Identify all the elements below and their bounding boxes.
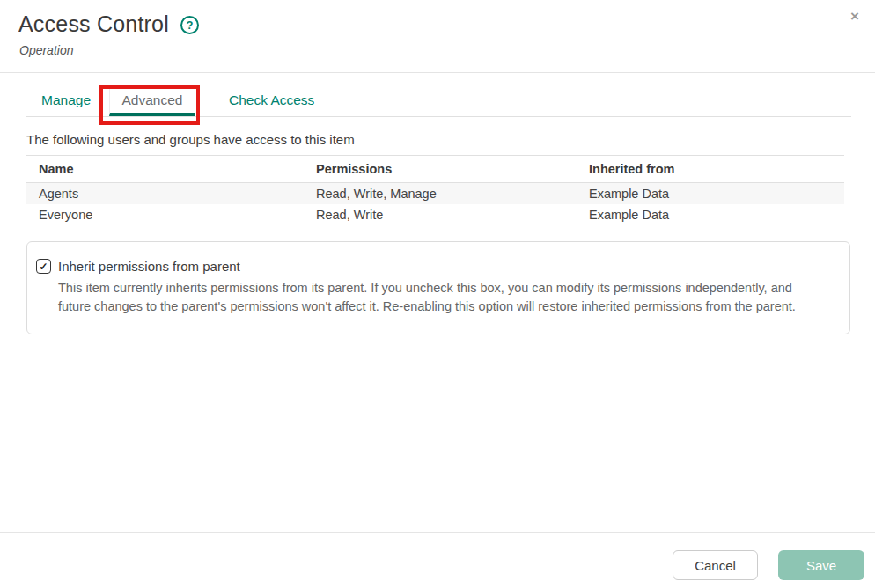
tab-bar: Manage Advanced Check Access xyxy=(26,73,851,117)
help-icon[interactable]: ? xyxy=(180,16,199,34)
column-header-inherited-from: Inherited from xyxy=(577,156,844,183)
tab-manage[interactable]: Manage xyxy=(26,87,106,116)
column-header-permissions: Permissions xyxy=(304,156,577,183)
save-button[interactable]: Save xyxy=(778,550,864,580)
cell-permissions: Read, Write, Manage xyxy=(304,183,577,205)
table-caption: The following users and groups have acce… xyxy=(26,132,849,147)
tab-check-access[interactable]: Check Access xyxy=(214,87,329,116)
cell-name: Agents xyxy=(26,183,304,205)
cancel-button[interactable]: Cancel xyxy=(673,550,758,580)
checkmark-icon: ✓ xyxy=(39,261,48,272)
permissions-table: Name Permissions Inherited from Agents R… xyxy=(26,155,844,225)
close-icon[interactable]: × xyxy=(850,9,859,24)
table-row: Everyone Read, Write Example Data xyxy=(26,204,844,225)
modal-footer: Cancel Save xyxy=(0,532,875,588)
inherit-permissions-checkbox[interactable]: ✓ xyxy=(36,259,51,274)
inherit-permissions-label: Inherit permissions from parent xyxy=(58,259,240,274)
table-header-row: Name Permissions Inherited from xyxy=(26,156,844,183)
tab-advanced[interactable]: Advanced xyxy=(109,87,195,116)
access-control-modal: × Access Control ? Operation Manage Adva… xyxy=(0,0,875,588)
modal-subtitle: Operation xyxy=(19,43,875,57)
cell-name: Everyone xyxy=(26,204,304,225)
cell-permissions: Read, Write xyxy=(304,204,577,225)
inherit-permissions-panel: ✓ Inherit permissions from parent This i… xyxy=(26,241,850,334)
cell-inherited-from: Example Data xyxy=(577,183,844,205)
cell-inherited-from: Example Data xyxy=(577,204,844,225)
table-row: Agents Read, Write, Manage Example Data xyxy=(26,183,844,205)
modal-header: Access Control ? Operation xyxy=(0,0,875,73)
column-header-name: Name xyxy=(26,156,304,183)
inherit-permissions-description: This item currently inherits permissions… xyxy=(58,279,805,316)
page-title: Access Control xyxy=(18,11,169,37)
